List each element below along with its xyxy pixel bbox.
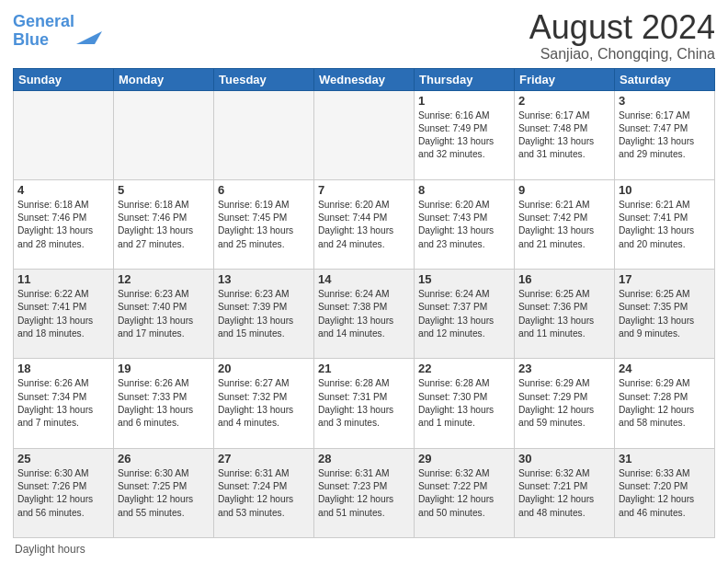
day-number: 21 (318, 362, 410, 375)
day-info: Sunrise: 6:26 AMSunset: 7:34 PMDaylight:… (17, 377, 109, 430)
col-header-monday: Monday (114, 68, 214, 90)
day-info: Sunrise: 6:17 AMSunset: 7:48 PMDaylight:… (518, 109, 610, 162)
calendar-cell: 24Sunrise: 6:29 AMSunset: 7:28 PMDayligh… (615, 359, 715, 448)
header: General Blue August 2024 Sanjiao, Chongq… (13, 9, 715, 63)
day-info: Sunrise: 6:20 AMSunset: 7:43 PMDaylight:… (418, 199, 510, 251)
col-header-thursday: Thursday (415, 68, 515, 90)
day-number: 4 (17, 183, 109, 197)
logo-blue: Blue (13, 30, 49, 49)
calendar-cell: 2Sunrise: 6:17 AMSunset: 7:48 PMDaylight… (515, 90, 615, 179)
calendar-cell: 26Sunrise: 6:30 AMSunset: 7:25 PMDayligh… (114, 448, 214, 537)
calendar-cell: 21Sunrise: 6:28 AMSunset: 7:31 PMDayligh… (314, 359, 415, 448)
calendar-header-row: SundayMondayTuesdayWednesdayThursdayFrid… (14, 68, 715, 90)
day-number: 14 (318, 272, 410, 286)
calendar-cell: 31Sunrise: 6:33 AMSunset: 7:20 PMDayligh… (615, 448, 715, 537)
logo-wing-icon (76, 28, 102, 48)
day-info: Sunrise: 6:18 AMSunset: 7:46 PMDaylight:… (17, 199, 109, 251)
logo: General Blue (13, 13, 102, 50)
day-info: Sunrise: 6:27 AMSunset: 7:32 PMDaylight:… (218, 377, 310, 430)
calendar-cell: 20Sunrise: 6:27 AMSunset: 7:32 PMDayligh… (214, 359, 314, 448)
calendar-cell: 9Sunrise: 6:21 AMSunset: 7:42 PMDaylight… (515, 179, 615, 269)
col-header-saturday: Saturday (615, 68, 715, 90)
calendar-cell: 8Sunrise: 6:20 AMSunset: 7:43 PMDaylight… (415, 179, 515, 269)
day-number: 25 (17, 452, 109, 465)
title-block: August 2024 Sanjiao, Chongqing, China (529, 9, 715, 63)
calendar-week-row: 25Sunrise: 6:30 AMSunset: 7:26 PMDayligh… (14, 448, 715, 537)
col-header-sunday: Sunday (14, 68, 114, 90)
calendar-cell: 29Sunrise: 6:32 AMSunset: 7:22 PMDayligh… (415, 448, 515, 537)
main-title: August 2024 (529, 9, 715, 46)
day-info: Sunrise: 6:22 AMSunset: 7:41 PMDaylight:… (17, 288, 109, 340)
col-header-friday: Friday (515, 68, 615, 90)
calendar-cell: 30Sunrise: 6:32 AMSunset: 7:21 PMDayligh… (515, 448, 615, 537)
page: General Blue August 2024 Sanjiao, Chongq… (0, 0, 728, 563)
day-info: Sunrise: 6:30 AMSunset: 7:25 PMDaylight:… (118, 467, 210, 520)
calendar-cell: 22Sunrise: 6:28 AMSunset: 7:30 PMDayligh… (415, 359, 515, 448)
day-number: 2 (518, 94, 610, 108)
col-header-tuesday: Tuesday (214, 68, 314, 90)
calendar-cell: 23Sunrise: 6:29 AMSunset: 7:29 PMDayligh… (515, 359, 615, 448)
day-number: 15 (418, 272, 510, 286)
calendar-cell: 17Sunrise: 6:25 AMSunset: 7:35 PMDayligh… (615, 270, 715, 359)
day-number: 27 (218, 452, 310, 465)
day-number: 11 (17, 272, 109, 286)
day-info: Sunrise: 6:32 AMSunset: 7:21 PMDaylight:… (518, 467, 610, 520)
footer-label: Daylight hours (15, 543, 85, 556)
calendar-cell: 1Sunrise: 6:16 AMSunset: 7:49 PMDaylight… (415, 90, 515, 179)
day-info: Sunrise: 6:31 AMSunset: 7:23 PMDaylight:… (318, 467, 410, 520)
day-number: 23 (518, 362, 610, 375)
day-number: 31 (619, 452, 711, 465)
day-info: Sunrise: 6:33 AMSunset: 7:20 PMDaylight:… (619, 467, 711, 520)
day-info: Sunrise: 6:30 AMSunset: 7:26 PMDaylight:… (17, 467, 109, 520)
col-header-wednesday: Wednesday (314, 68, 415, 90)
calendar-table: SundayMondayTuesdayWednesdayThursdayFrid… (13, 68, 715, 538)
day-number: 13 (218, 272, 310, 286)
subtitle: Sanjiao, Chongqing, China (529, 46, 715, 63)
day-info: Sunrise: 6:18 AMSunset: 7:46 PMDaylight:… (118, 199, 210, 251)
day-info: Sunrise: 6:16 AMSunset: 7:49 PMDaylight:… (418, 109, 510, 162)
day-number: 24 (619, 362, 711, 375)
day-number: 20 (218, 362, 310, 375)
calendar-cell: 16Sunrise: 6:25 AMSunset: 7:36 PMDayligh… (515, 270, 615, 359)
day-number: 6 (218, 183, 310, 197)
calendar-cell: 3Sunrise: 6:17 AMSunset: 7:47 PMDaylight… (615, 90, 715, 179)
calendar-cell: 5Sunrise: 6:18 AMSunset: 7:46 PMDaylight… (114, 179, 214, 269)
day-number: 22 (418, 362, 510, 375)
calendar-week-row: 18Sunrise: 6:26 AMSunset: 7:34 PMDayligh… (14, 359, 715, 448)
calendar-week-row: 4Sunrise: 6:18 AMSunset: 7:46 PMDaylight… (14, 179, 715, 269)
day-info: Sunrise: 6:19 AMSunset: 7:45 PMDaylight:… (218, 199, 310, 251)
day-info: Sunrise: 6:25 AMSunset: 7:35 PMDaylight:… (619, 288, 711, 340)
day-info: Sunrise: 6:29 AMSunset: 7:28 PMDaylight:… (619, 377, 711, 430)
day-number: 16 (518, 272, 610, 286)
day-number: 18 (17, 362, 109, 375)
day-info: Sunrise: 6:21 AMSunset: 7:41 PMDaylight:… (619, 199, 711, 251)
calendar-cell: 11Sunrise: 6:22 AMSunset: 7:41 PMDayligh… (14, 270, 114, 359)
calendar-cell: 18Sunrise: 6:26 AMSunset: 7:34 PMDayligh… (14, 359, 114, 448)
day-info: Sunrise: 6:23 AMSunset: 7:39 PMDaylight:… (218, 288, 310, 340)
calendar-cell: 12Sunrise: 6:23 AMSunset: 7:40 PMDayligh… (114, 270, 214, 359)
day-info: Sunrise: 6:25 AMSunset: 7:36 PMDaylight:… (518, 288, 610, 340)
day-number: 5 (118, 183, 210, 197)
day-info: Sunrise: 6:28 AMSunset: 7:31 PMDaylight:… (318, 377, 410, 430)
day-number: 10 (619, 183, 711, 197)
calendar-week-row: 11Sunrise: 6:22 AMSunset: 7:41 PMDayligh… (14, 270, 715, 359)
calendar-cell: 27Sunrise: 6:31 AMSunset: 7:24 PMDayligh… (214, 448, 314, 537)
calendar-cell: 25Sunrise: 6:30 AMSunset: 7:26 PMDayligh… (14, 448, 114, 537)
day-number: 26 (118, 452, 210, 465)
day-info: Sunrise: 6:29 AMSunset: 7:29 PMDaylight:… (518, 377, 610, 430)
day-info: Sunrise: 6:24 AMSunset: 7:38 PMDaylight:… (318, 288, 410, 340)
calendar-cell (214, 90, 314, 179)
calendar-cell (314, 90, 415, 179)
day-number: 3 (619, 94, 711, 108)
day-number: 9 (518, 183, 610, 197)
calendar-cell: 10Sunrise: 6:21 AMSunset: 7:41 PMDayligh… (615, 179, 715, 269)
calendar-week-row: 1Sunrise: 6:16 AMSunset: 7:49 PMDaylight… (14, 90, 715, 179)
calendar-cell: 28Sunrise: 6:31 AMSunset: 7:23 PMDayligh… (314, 448, 415, 537)
day-number: 28 (318, 452, 410, 465)
day-info: Sunrise: 6:31 AMSunset: 7:24 PMDaylight:… (218, 467, 310, 520)
day-info: Sunrise: 6:23 AMSunset: 7:40 PMDaylight:… (118, 288, 210, 340)
day-number: 1 (418, 94, 510, 108)
day-number: 30 (518, 452, 610, 465)
day-number: 19 (118, 362, 210, 375)
svg-marker-0 (76, 31, 102, 44)
